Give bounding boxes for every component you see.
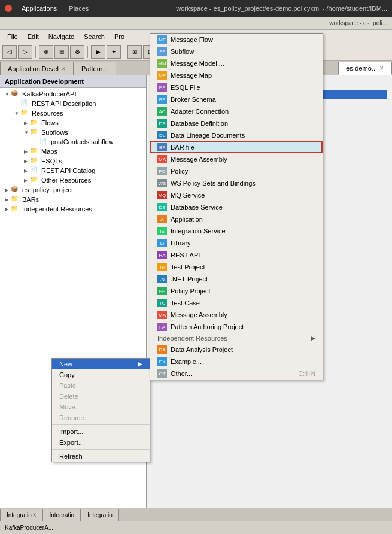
pattern-authoring-icon: PA (157, 323, 167, 331)
ctx-bar-file[interactable]: BF BAR file (150, 141, 323, 153)
integration-service-icon: IS (157, 227, 167, 235)
ctx-is-label: Integration Service (171, 227, 226, 235)
ctx-mf-label: Message Flow (171, 36, 213, 43)
ctx-integration-service[interactable]: IS Integration Service (150, 225, 323, 237)
data-analysis-icon: DA (157, 345, 167, 354)
ctx-da-label: Data Analysis Project (171, 346, 233, 353)
ctx-tp-label: Test Project (171, 263, 205, 271)
ctx-ra-label: REST API (171, 251, 200, 259)
library-icon: LI (157, 239, 167, 247)
ws-policy-icon: WS (157, 179, 167, 187)
ctx-new-label: New (59, 360, 72, 368)
ctx-other[interactable]: OT Other... Ctrl+N (150, 368, 323, 380)
ctx-copy-label: Copy (59, 371, 75, 378)
ctx-copy[interactable]: Copy (52, 369, 150, 380)
other-icon: OT (157, 369, 167, 378)
policy-icon: PO (157, 167, 167, 175)
ctx-refresh[interactable]: Refresh (52, 451, 150, 462)
ctx-application[interactable]: A Application (150, 213, 323, 225)
ctx-database-def[interactable]: DB Database Definition (150, 117, 323, 129)
ctx-ot-label: Other... (171, 370, 192, 377)
ctx-adapter-connection[interactable]: AC Adapter Connection (150, 105, 323, 117)
example-icon: EX (157, 357, 167, 366)
ctx-ex-label: Example... (171, 358, 202, 365)
ctx-mq-service[interactable]: MQ MQ Service (150, 189, 323, 201)
ctx-tc-label: Test Case (171, 299, 200, 307)
ctx-policy[interactable]: PO Policy (150, 165, 323, 177)
ctx-database-service[interactable]: DS Database Service (150, 201, 323, 213)
ctx-message-flow[interactable]: MF Message Flow (150, 34, 323, 45)
ctx-delete-label: Delete (59, 393, 78, 400)
ctx-sf-label: Subflow (171, 48, 194, 55)
ctx-broker-schema[interactable]: BS Broker Schema (150, 93, 323, 105)
ctx-po-label: Policy (171, 168, 188, 175)
ctx-np-label: .NET Project (171, 275, 208, 283)
ctx-import[interactable]: Import... (52, 426, 150, 437)
ctx-ma1-label: Message Assembly (171, 156, 227, 163)
ctx-other-shortcut: Ctrl+N (298, 371, 315, 377)
data-lineage-icon: DL (157, 131, 167, 139)
ctx-refresh-label: Refresh (59, 453, 83, 460)
application-icon: A (157, 215, 167, 223)
message-assembly-icon-1: MA (157, 155, 167, 163)
ctx-ap-label: Application (171, 216, 203, 223)
subflow-icon: SF (157, 47, 167, 56)
database-def-icon: DB (157, 119, 167, 128)
ctx-data-lineage[interactable]: DL Data Lineage Documents (150, 129, 323, 141)
ctx-dl-label: Data Lineage Documents (171, 132, 245, 139)
ctx-independent-resources[interactable]: Independent Resources ▶ (150, 333, 323, 344)
net-project-icon: .N (157, 275, 167, 283)
ctx-message-assembly-1[interactable]: MA Message Assembly (150, 153, 323, 165)
ctx-rename-label: Rename... (59, 414, 90, 421)
message-assembly-icon-2: MA (157, 311, 167, 319)
ctx-pattern-authoring[interactable]: PA Pattern Authoring Project (150, 321, 323, 333)
ctx-delete: Delete (52, 391, 150, 402)
ctx-export[interactable]: Export... (52, 437, 150, 448)
ctx-message-map[interactable]: MP Message Map (150, 69, 323, 81)
ctx-example[interactable]: EX Example... (150, 356, 323, 368)
ctx-db-label: Database Definition (171, 120, 228, 127)
message-map-icon: MP (157, 71, 167, 80)
ctx-library[interactable]: LI Library (150, 237, 323, 249)
ctx-sep-1 (52, 424, 150, 425)
ctx-mq-label: MQ Service (171, 192, 205, 199)
ctx-export-label: Export... (59, 439, 84, 446)
ctx-sep-2 (52, 449, 150, 450)
ctx-mp-label: Message Map (171, 72, 212, 79)
ctx-subflow[interactable]: SF Subflow (150, 45, 323, 57)
ctx-ws-policy[interactable]: WS WS Policy Sets and Bindings (150, 177, 323, 189)
policy-project-icon: PP (157, 287, 167, 295)
ctx-move: Move... (52, 402, 150, 412)
adapter-connection-icon: AC (157, 107, 167, 116)
ctx-es-label: ESQL File (171, 84, 200, 91)
test-project-icon: TP (157, 263, 167, 271)
ctx-paste-label: Paste (59, 382, 76, 389)
ctx-net-project[interactable]: .N .NET Project (150, 273, 323, 285)
ctx-ds-label: Database Service (171, 204, 223, 211)
ctx-rest-api[interactable]: RA REST API (150, 249, 323, 261)
ctx-test-project[interactable]: TP Test Project (150, 261, 323, 273)
ctx-pp-label: Policy Project (171, 287, 211, 295)
ctx-message-assembly-2[interactable]: MA Message Assembly (150, 309, 323, 321)
context-menu-primary: New ▶ Copy Paste Delete Move... Rename..… (51, 358, 150, 462)
ctx-new[interactable]: New ▶ (52, 359, 150, 369)
ctx-test-case[interactable]: TC Test Case (150, 297, 323, 309)
test-case-icon: TC (157, 299, 167, 307)
ctx-message-model[interactable]: MM Message Model ... (150, 57, 323, 69)
ctx-rename: Rename... (52, 412, 150, 423)
ctx-data-analysis[interactable]: DA Data Analysis Project (150, 344, 323, 356)
mq-service-icon: MQ (157, 191, 167, 199)
ctx-esql[interactable]: ES ESQL File (150, 81, 323, 93)
database-service-icon: DS (157, 203, 167, 211)
ctx-li-label: Library (171, 239, 191, 247)
message-model-icon: MM (157, 59, 167, 68)
ctx-import-label: Import... (59, 428, 83, 435)
message-flow-icon: MF (157, 35, 167, 44)
ctx-bf-label: BAR file (171, 144, 195, 151)
ctx-ma2-label: Message Assembly (171, 311, 227, 318)
rest-api-icon: RA (157, 251, 167, 259)
ctx-pa-label: Pattern Authoring Project (171, 323, 244, 330)
esql-icon: ES (157, 83, 167, 92)
context-menu-secondary: MF Message Flow SF Subflow MM Message Mo… (150, 33, 323, 380)
ctx-policy-project[interactable]: PP Policy Project (150, 285, 323, 297)
